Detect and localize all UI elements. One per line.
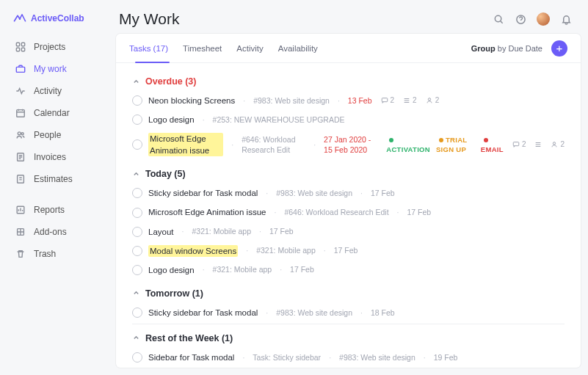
sidebar-item-invoices[interactable]: Invoices (9, 147, 103, 167)
section-restweek-header[interactable]: Rest of the Week (1) (120, 324, 576, 348)
tab-availability[interactable]: Availability (271, 34, 325, 62)
sidebar-item-label: My work (34, 64, 67, 74)
sidebar-item-label: Invoices (34, 152, 66, 162)
tab-timesheet[interactable]: Timesheet (175, 34, 229, 62)
panel: Tasks (17) Timesheet Activity Availabili… (116, 34, 581, 368)
group-by-toggle[interactable]: Group by Due Date (471, 44, 542, 53)
task-checkbox[interactable] (132, 352, 142, 363)
task-row[interactable]: Logo design· #321: Mobile app· 17 Feb (120, 261, 576, 280)
task-checkbox[interactable] (132, 139, 142, 150)
task-project: #321: Mobile app (192, 226, 251, 237)
sidebar-item-activity[interactable]: Activity (9, 81, 103, 101)
sidebar-item-label: Projects (34, 42, 65, 52)
svg-rect-15 (382, 98, 388, 102)
svg-rect-5 (16, 67, 24, 72)
task-assignees-count: 2 (551, 139, 565, 150)
task-subtasks-count: 2 (403, 95, 417, 106)
section-title: Overdue (3) (145, 76, 196, 87)
section-title: Rest of the Week (1) (145, 333, 233, 343)
task-name: Logo design (148, 264, 195, 276)
search-icon[interactable] (493, 13, 504, 25)
task-due: 17 Feb (371, 188, 395, 199)
sidebar-item-reports[interactable]: Reports (9, 200, 103, 220)
task-row[interactable]: Microsoft Edge Animation issue · #646: W… (120, 129, 576, 160)
section-today-header[interactable]: Today (5) (120, 160, 576, 183)
sidebar-item-label: Add-ons (34, 227, 67, 237)
task-due: 18 Feb (371, 307, 395, 318)
task-tag: ACTIVATION (386, 135, 430, 155)
task-row[interactable]: Sticky sidebar for Task modal· #983: Web… (120, 183, 576, 203)
task-project: #321: Mobile app (213, 264, 272, 275)
svg-rect-2 (21, 43, 24, 45)
sidebar-item-addons[interactable]: Add-ons (9, 222, 103, 242)
task-parent: Task: Sticky sidebar (253, 352, 321, 363)
people-icon (15, 129, 26, 141)
svg-rect-3 (16, 48, 19, 51)
calendar-icon (15, 107, 26, 119)
svg-rect-6 (17, 110, 25, 117)
bell-icon[interactable] (560, 13, 572, 25)
estimate-icon (15, 173, 26, 185)
task-list[interactable]: Overdue (3) Neon blocking Screens · #983… (116, 63, 581, 368)
task-checkbox[interactable] (132, 95, 142, 106)
task-row[interactable]: Layout· #321: Mobile app· 17 Feb (120, 222, 576, 241)
task-name: Neon blocking Screens (148, 95, 235, 106)
page-header: My Work (103, 0, 588, 34)
sidebar-item-calendar[interactable]: Calendar (9, 103, 103, 123)
section-title: Today (5) (145, 169, 186, 179)
tab-tasks[interactable]: Tasks (17) (129, 34, 175, 62)
task-row[interactable]: Microsoft Edge Animation issue· #646: Wo… (120, 203, 576, 222)
sidebar-item-trash[interactable]: Trash (9, 244, 103, 264)
task-comments-count: 2 (381, 95, 395, 106)
task-checkbox[interactable] (132, 114, 142, 125)
brand[interactable]: ActiveCollab (9, 9, 103, 35)
sidebar-item-people[interactable]: People (9, 125, 103, 145)
task-checkbox[interactable] (132, 307, 142, 318)
sidebar-item-projects[interactable]: Projects (9, 37, 103, 57)
task-checkbox[interactable] (132, 227, 142, 237)
task-tag: TRIAL SIGN UP (436, 135, 475, 155)
section-title: Tomorrow (1) (145, 288, 203, 299)
task-row[interactable]: Neon blocking Screens · #983: Web site d… (120, 91, 576, 110)
sidebar-item-estimates[interactable]: Estimates (9, 169, 103, 189)
task-project: #646: Workload Research Edit (242, 134, 305, 156)
task-checkbox[interactable] (132, 188, 142, 198)
sidebar-item-label: People (34, 130, 61, 140)
task-project: #983: Web site design (253, 95, 330, 106)
task-row[interactable]: Sidebar for Task modal· Task: Sticky sid… (120, 348, 576, 367)
task-row[interactable]: Modal window Screens· #321: Mobile app· … (120, 241, 576, 261)
sidebar-item-label: Activity (34, 86, 62, 96)
task-project: #321: Mobile app (256, 245, 316, 256)
task-row[interactable]: Logo design · #253: NEW WAREHOUSE UPGRAD… (120, 110, 576, 129)
add-task-button[interactable]: + (551, 40, 567, 57)
task-tag: EMAIL (481, 135, 504, 155)
svg-rect-1 (16, 43, 19, 45)
grid-icon (15, 41, 26, 53)
task-checkbox[interactable] (132, 265, 142, 275)
task-row[interactable]: Sticky sidebar for Task modal· #983: Web… (120, 303, 576, 322)
task-checkbox[interactable] (132, 208, 142, 218)
svg-point-16 (428, 98, 430, 101)
tab-label: Availability (278, 44, 318, 53)
tab-activity[interactable]: Activity (229, 34, 270, 62)
user-avatar[interactable] (537, 12, 550, 26)
task-name: Logo design (148, 114, 195, 125)
task-checkbox[interactable] (132, 246, 142, 256)
help-icon[interactable] (515, 13, 526, 25)
reports-icon (15, 204, 26, 216)
section-overdue-header[interactable]: Overdue (3) (120, 68, 576, 91)
task-due: 13 Feb (348, 95, 372, 106)
svg-rect-10 (18, 175, 24, 183)
svg-point-8 (21, 133, 23, 135)
section-tomorrow-header[interactable]: Tomorrow (1) (120, 280, 576, 303)
task-due: 19 Feb (434, 352, 458, 363)
sidebar-item-mywork[interactable]: My work (9, 59, 103, 79)
sidebar-item-label: Estimates (34, 174, 73, 184)
task-due: 17 Feb (407, 207, 432, 218)
task-due: 17 Feb (334, 245, 358, 256)
chevron-down-icon (132, 170, 139, 178)
task-due-range: 27 Jan 2020 - 15 Feb 2020 (324, 134, 380, 156)
brand-name: ActiveCollab (31, 13, 84, 23)
chevron-down-icon (132, 335, 139, 342)
svg-point-7 (18, 132, 21, 135)
